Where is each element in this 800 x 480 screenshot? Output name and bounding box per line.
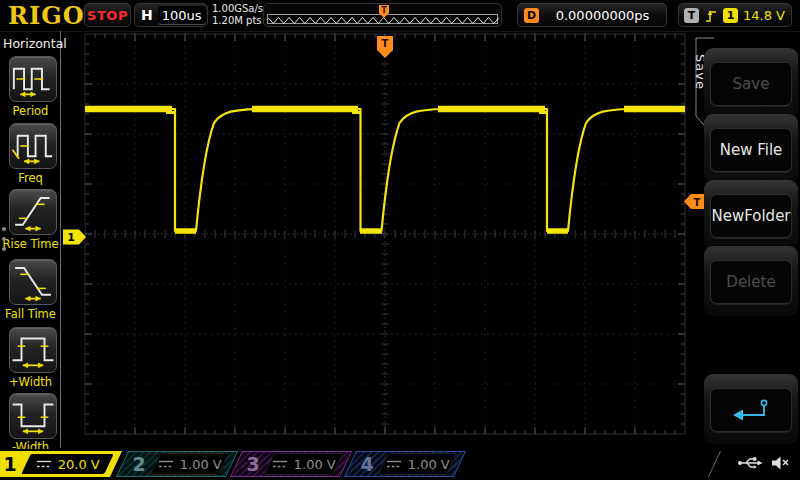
- channel-3-value-box: 1.00 V: [264, 453, 343, 475]
- measure-item-period[interactable]: [9, 56, 57, 102]
- speaker-muted-icon[interactable]: [771, 455, 790, 471]
- return-arrow-icon: [731, 397, 771, 423]
- measure-item-rise-time-label: Rise Time: [0, 237, 61, 251]
- dc-coupling-icon: [386, 459, 402, 469]
- measure-item-freq-label: Freq: [0, 171, 61, 185]
- run-state-indicator[interactable]: STOP: [84, 3, 131, 27]
- channel-4-value-box: 1.00 V: [378, 453, 457, 475]
- delay-badge: D: [524, 8, 539, 23]
- rising-edge-icon: [704, 7, 718, 24]
- sample-rate: 1.00GSa/s: [212, 3, 263, 15]
- period-icon: [10, 57, 56, 101]
- channel-2-number: 2: [123, 453, 155, 475]
- channel-2-badge[interactable]: 2 1.00 V: [116, 451, 238, 477]
- measure-item-pos-width-label: +Width: [0, 375, 61, 389]
- measure-item-freq[interactable]: [9, 123, 57, 169]
- pos-width-icon: [10, 328, 56, 372]
- measure-item-rise-time[interactable]: [9, 189, 57, 235]
- dc-coupling-icon: [158, 459, 174, 469]
- measure-item-pos-width[interactable]: [9, 327, 57, 373]
- dc-coupling-icon: [272, 459, 288, 469]
- channel-2-value-box: 1.00 V: [150, 453, 229, 475]
- svg-text:T: T: [694, 197, 701, 208]
- acquisition-info: 1.00GSa/s 1.20M pts: [212, 3, 263, 27]
- neg-width-icon: [10, 394, 56, 438]
- waveform-preview-strip[interactable]: T: [263, 3, 502, 27]
- memory-depth: 1.20M pts: [212, 15, 263, 27]
- graticule-center-axes: [85, 34, 685, 434]
- svg-text:T: T: [381, 6, 387, 15]
- trigger-level-value: 14.8 V: [743, 8, 785, 23]
- measure-item-period-label: Period: [0, 104, 61, 118]
- trigger-level-marker[interactable]: T: [684, 194, 706, 209]
- svg-text:1: 1: [67, 231, 75, 244]
- preview-trigger-marker[interactable]: T: [378, 4, 390, 19]
- system-status-icons: [737, 455, 790, 471]
- channel-2-scale: 1.00 V: [180, 457, 222, 472]
- left-measure-menu: Horizontal Period Freq Rise Time: [0, 31, 61, 448]
- measure-item-neg-width[interactable]: [9, 393, 57, 439]
- left-menu-title: Horizontal: [3, 36, 67, 51]
- channel-3-number: 3: [237, 453, 269, 475]
- channel-1-number: 1: [0, 453, 26, 475]
- horizontal-label: H: [141, 7, 153, 23]
- delay-box[interactable]: D 0.00000000ps: [517, 3, 667, 27]
- save-button[interactable]: Save: [710, 62, 792, 106]
- channel-1-badge[interactable]: 1 20.0 V: [0, 451, 122, 477]
- fall-time-icon: [10, 260, 56, 304]
- trigger-box[interactable]: T 1 14.8 V: [678, 3, 792, 27]
- measure-item-fall-time[interactable]: [9, 259, 57, 305]
- channel-1-level-marker[interactable]: 1: [63, 230, 86, 245]
- channel-3-scale: 1.00 V: [294, 457, 336, 472]
- measure-item-fall-time-label: Fall Time: [0, 307, 61, 321]
- trigger-badge: T: [684, 8, 699, 23]
- svg-text:T: T: [382, 38, 389, 49]
- status-divider: [708, 451, 721, 477]
- trigger-source-badge: 1: [723, 8, 738, 23]
- delete-button[interactable]: Delete: [710, 260, 792, 304]
- oscilloscope-screen: { "brand": "RIGOL", "top_bar": { "run_st…: [0, 0, 800, 480]
- horizontal-timebase-box[interactable]: H 100us: [134, 3, 208, 27]
- trigger-position-marker[interactable]: T: [377, 36, 393, 58]
- menu-page-indicator: [2, 227, 6, 251]
- new-folder-button[interactable]: NewFolder: [710, 194, 792, 238]
- back-button[interactable]: [710, 388, 792, 432]
- top-status-bar: RIGOL STOP H 100us 1.00GSa/s 1.20M pts T…: [0, 0, 800, 32]
- rise-time-icon: [10, 190, 56, 234]
- new-file-button[interactable]: New File: [710, 128, 792, 172]
- dc-coupling-icon: [36, 459, 52, 469]
- channel-1-scale: 20.0 V: [58, 457, 100, 472]
- graticule-display: T1T: [60, 30, 710, 450]
- delay-value: 0.00000000ps: [539, 8, 666, 23]
- channel-4-badge[interactable]: 4 1.00 V: [344, 451, 466, 477]
- channel-status-bar: 1 20.0 V 2 1.00 V 3 1.00 V: [0, 449, 800, 480]
- channel-3-badge[interactable]: 3 1.00 V: [230, 451, 352, 477]
- timebase-value: 100us: [158, 6, 206, 24]
- run-state-label: STOP: [87, 8, 128, 23]
- channel-4-number: 4: [351, 453, 383, 475]
- channel-4-scale: 1.00 V: [408, 457, 450, 472]
- channel-1-value-box: 20.0 V: [21, 454, 113, 474]
- usb-icon[interactable]: [737, 456, 763, 470]
- freq-icon: [10, 124, 56, 168]
